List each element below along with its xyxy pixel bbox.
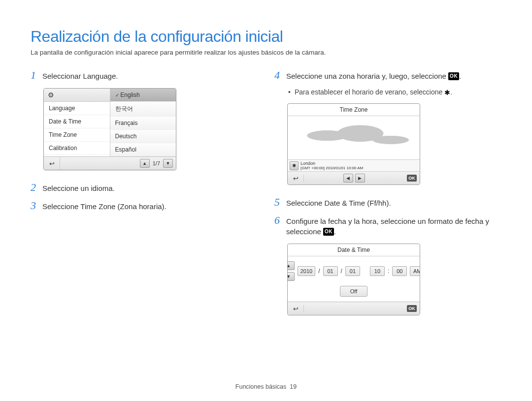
page-indicator: 1/7 [153, 160, 160, 166]
timezone-device: Time Zone ✱ London [GMT +00:00] 2010/01/… [287, 103, 420, 185]
ok-button[interactable]: OK [404, 172, 420, 185]
day-value[interactable]: 01 [345, 266, 360, 276]
step-text: Seleccione una zona horaria y, luego, se… [286, 70, 461, 81]
language-option[interactable]: Español [110, 143, 176, 156]
ampm-value[interactable]: AM [410, 266, 420, 276]
world-map[interactable] [288, 116, 420, 160]
step-number: 3 [31, 200, 37, 211]
year-value[interactable]: 2010 [298, 266, 315, 276]
language-option[interactable]: Français [110, 117, 176, 130]
language-option[interactable]: Deutsch [110, 130, 176, 143]
minute-value[interactable]: 00 [392, 266, 407, 276]
ok-icon: OK [448, 72, 459, 80]
device-title: Date & Time [288, 244, 420, 256]
step-text: Seleccionar Language. [42, 70, 118, 81]
right-arrow-icon[interactable]: ▶ [355, 174, 365, 183]
menu-item[interactable]: Date & Time [44, 115, 110, 128]
menu-item[interactable]: Language [44, 102, 110, 115]
step-text: Seleccione un idioma. [42, 182, 115, 193]
language-device: ⚙ Language Date & Time Time Zone Calibra… [43, 88, 176, 170]
page-up-icon[interactable]: ▲ [140, 159, 150, 168]
page-footer: Funciones básicas 19 [0, 383, 532, 390]
step-number: 2 [31, 182, 37, 193]
up-arrow-icon[interactable]: ▲ [287, 261, 295, 270]
page-down-icon[interactable]: ▼ [163, 159, 173, 168]
step-number: 4 [274, 70, 281, 81]
step-text: Seleccione Time Zone (Zona horaria). [42, 200, 166, 212]
datetime-device: Date & Time ▲ ▼ 2010 / 01 / 01 10 [287, 244, 420, 315]
ok-button[interactable]: OK [404, 302, 420, 315]
ok-icon: OK [323, 228, 334, 236]
device-title: Time Zone [288, 104, 420, 116]
step-number: 6 [274, 215, 281, 226]
gear-icon: ⚙ [48, 91, 54, 99]
back-icon[interactable]: ↩ [288, 305, 304, 312]
timezone-detail: [GMT +00:00] 2010/01/01 10:00 AM [300, 166, 363, 170]
hour-value[interactable]: 10 [370, 266, 385, 276]
page-title: Realización de la configuración inicial [31, 28, 501, 46]
menu-item[interactable]: Calibration [44, 142, 110, 155]
step-text: Seleccione Date & Time (Ff/hh). [286, 197, 391, 208]
month-value[interactable]: 01 [323, 266, 338, 276]
timezone-city: London [300, 161, 363, 166]
back-icon[interactable]: ↩ [44, 157, 60, 170]
format-off-button[interactable]: Off [340, 286, 367, 297]
step-bullet: • Para establecer el horario de verano, … [288, 88, 501, 96]
left-arrow-icon[interactable]: ◀ [343, 174, 353, 183]
step-number: 5 [274, 197, 281, 208]
language-option[interactable]: English [110, 89, 176, 102]
back-icon[interactable]: ↩ [288, 175, 304, 182]
language-option[interactable]: 한국어 [110, 102, 176, 117]
page-subtitle: La pantalla de configuración inicial apa… [31, 49, 501, 56]
down-arrow-icon[interactable]: ▼ [287, 272, 295, 281]
sun-icon: ✱ [444, 89, 450, 96]
step-number: 1 [31, 70, 37, 81]
menu-item[interactable]: Time Zone [44, 128, 110, 142]
dst-toggle-icon[interactable]: ✱ [290, 161, 299, 170]
step-text: Configure la fecha y la hora, seleccione… [286, 215, 501, 237]
